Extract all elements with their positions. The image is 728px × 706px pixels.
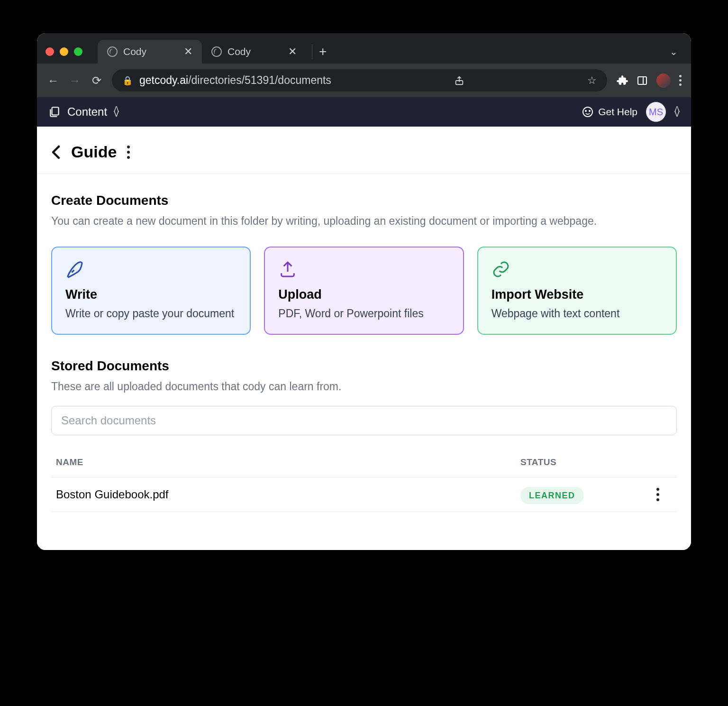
card-title: Upload <box>278 287 449 302</box>
status-badge: LEARNED <box>520 487 584 504</box>
import-website-card[interactable]: Import Website Webpage with text content <box>477 247 677 335</box>
upload-card[interactable]: Upload PDF, Word or Powerpoint files <box>264 247 464 335</box>
column-status: STATUS <box>520 457 644 468</box>
new-tab-button[interactable]: + <box>312 44 333 59</box>
section-subtitle: You can create a new document in this fo… <box>51 213 677 229</box>
chevrons-updown-icon: ᐱᐯ <box>114 107 119 116</box>
browser-window: Cody ✕ Cody ✕ + ⌄ ← → ⟳ 🔒 getcody.ai/dir… <box>37 33 691 550</box>
page-title: Guide <box>71 143 117 161</box>
app-section-label: Content <box>67 105 107 119</box>
reload-button[interactable]: ⟳ <box>90 74 103 87</box>
globe-icon <box>211 46 222 57</box>
section-title: Create Documents <box>51 193 677 208</box>
create-options: Write Write or copy paste your document … <box>37 234 691 339</box>
browser-menu-icon[interactable] <box>679 75 682 86</box>
forward-button[interactable]: → <box>68 74 82 87</box>
app-top-bar: Content ᐱᐯ Get Help MS ᐱᐯ <box>37 97 691 127</box>
tab-title: Cody <box>228 46 251 57</box>
browser-tab[interactable]: Cody ✕ <box>202 40 306 64</box>
tab-title: Cody <box>123 46 146 57</box>
lock-icon: 🔒 <box>122 75 133 86</box>
link-icon <box>491 260 663 280</box>
share-icon[interactable] <box>454 75 464 86</box>
section-subtitle: These are all uploaded documents that co… <box>51 378 677 395</box>
get-help-button[interactable]: Get Help <box>582 106 637 118</box>
extensions-icon[interactable] <box>616 74 628 87</box>
section-title: Stored Documents <box>51 358 677 374</box>
user-avatar[interactable]: MS <box>646 102 666 122</box>
table-row[interactable]: Boston Guidebook.pdf LEARNED <box>51 477 677 512</box>
svg-point-4 <box>583 107 592 117</box>
row-actions-button[interactable] <box>644 488 672 501</box>
create-documents-section: Create Documents You can create a new do… <box>37 174 691 234</box>
page-menu-button[interactable] <box>127 146 130 159</box>
profile-avatar[interactable] <box>656 73 671 88</box>
close-tab-icon[interactable]: ✕ <box>288 46 297 58</box>
address-bar[interactable]: 🔒 getcody.ai/directories/51391/documents… <box>112 69 607 92</box>
browser-tab-active[interactable]: Cody ✕ <box>98 40 202 64</box>
table-header: NAME STATUS <box>51 448 677 477</box>
help-icon <box>582 106 593 118</box>
url-text: getcody.ai/directories/51391/documents <box>139 74 331 87</box>
minimize-window-button[interactable] <box>60 47 68 56</box>
maximize-window-button[interactable] <box>74 47 82 56</box>
column-name: NAME <box>56 457 520 468</box>
close-tab-icon[interactable]: ✕ <box>184 46 192 58</box>
search-input[interactable] <box>51 406 677 435</box>
tabs-overflow-icon[interactable]: ⌄ <box>670 46 678 57</box>
card-title: Import Website <box>491 287 663 302</box>
window-controls <box>46 47 82 56</box>
svg-point-6 <box>589 110 590 111</box>
documents-table: NAME STATUS Boston Guidebook.pdf LEARNED <box>37 435 691 550</box>
write-card[interactable]: Write Write or copy paste your document <box>51 247 251 335</box>
page-content: Guide Create Documents You can create a … <box>37 127 691 550</box>
document-name: Boston Guidebook.pdf <box>56 488 520 501</box>
back-button[interactable]: ← <box>46 74 60 87</box>
tabs: Cody ✕ Cody ✕ + ⌄ <box>98 40 682 64</box>
document-status: LEARNED <box>520 488 644 501</box>
page-header: Guide <box>37 127 691 174</box>
svg-rect-3 <box>52 107 59 115</box>
card-desc: Write or copy paste your document <box>65 306 237 321</box>
toolbar: ← → ⟳ 🔒 getcody.ai/directories/51391/doc… <box>37 64 691 97</box>
upload-icon <box>278 260 449 280</box>
chevrons-updown-icon[interactable]: ᐱᐯ <box>674 107 680 116</box>
content-icon <box>48 106 61 118</box>
bookmark-icon[interactable]: ☆ <box>587 74 597 87</box>
stored-documents-section: Stored Documents These are all uploaded … <box>37 339 691 400</box>
browser-chrome: Cody ✕ Cody ✕ + ⌄ ← → ⟳ 🔒 getcody.ai/dir… <box>37 33 691 97</box>
svg-point-5 <box>585 110 586 111</box>
sidepanel-icon[interactable] <box>637 75 648 86</box>
pen-icon <box>65 260 237 280</box>
card-desc: PDF, Word or Powerpoint files <box>278 306 449 321</box>
back-chevron-icon[interactable] <box>51 145 61 159</box>
close-window-button[interactable] <box>46 47 54 56</box>
help-label: Get Help <box>598 106 637 118</box>
card-desc: Webpage with text content <box>491 306 663 321</box>
globe-icon <box>107 46 118 57</box>
svg-rect-1 <box>638 77 646 84</box>
card-title: Write <box>65 287 237 302</box>
tab-strip: Cody ✕ Cody ✕ + ⌄ <box>37 33 691 64</box>
search-wrap <box>37 399 691 435</box>
app-nav-dropdown[interactable]: Content ᐱᐯ <box>48 105 119 119</box>
